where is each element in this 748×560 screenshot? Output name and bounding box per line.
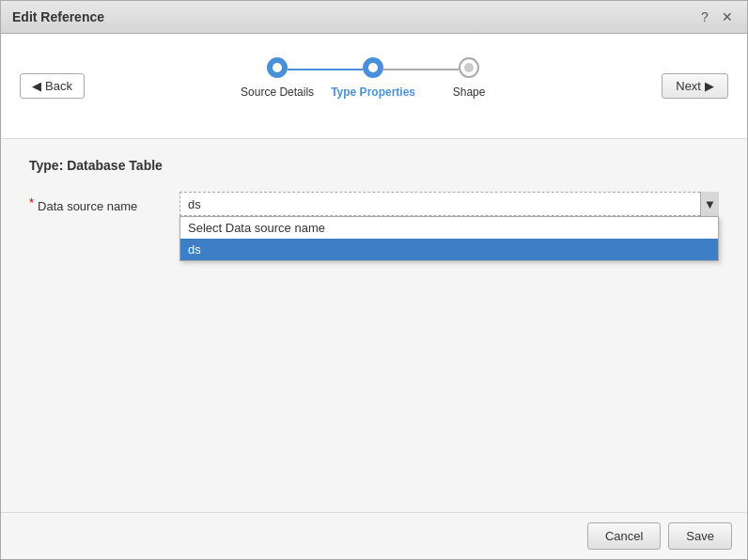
dialog-title: Edit Reference (12, 9, 104, 24)
save-button[interactable]: Save (668, 522, 732, 550)
content-area: Type: Database Table * Data source name … (1, 139, 747, 512)
step-circle-shape (459, 57, 479, 78)
type-heading: Type: Database Table (29, 158, 719, 173)
close-icon[interactable]: ✕ (719, 8, 736, 25)
help-icon[interactable]: ? (696, 8, 713, 25)
footer: Cancel Save (1, 512, 747, 559)
title-icons: ? ✕ (696, 8, 736, 25)
step-circle-inner-source (273, 63, 282, 72)
step-source-details: Source Details (267, 57, 288, 82)
next-label: Next (676, 79, 701, 93)
wizard-header: ◀ Back Source Details Type Properties (1, 34, 747, 139)
edit-reference-dialog: Edit Reference ? ✕ ◀ Back Source Details (0, 0, 748, 560)
step-type-properties: Type Properties (363, 57, 383, 82)
next-arrow-icon: ▶ (705, 79, 714, 93)
dropdown-option-ds[interactable]: ds (180, 239, 718, 260)
connector-2 (383, 69, 459, 70)
step-circle-type-properties (363, 57, 383, 78)
wizard-steps: Source Details Type Properties Shape (267, 43, 479, 129)
title-bar: Edit Reference ? ✕ (1, 1, 747, 34)
data-source-name-row: * Data source name ds ▼ Select Data sour… (29, 192, 719, 216)
step-label-shape: Shape (453, 86, 486, 99)
dropdown-arrow-icon[interactable]: ▼ (700, 192, 719, 216)
back-arrow-icon: ◀ (32, 79, 41, 93)
step-shape: Shape (459, 57, 479, 82)
data-source-name-input-wrap: ds ▼ Select Data source name ds (179, 192, 719, 216)
cancel-button[interactable]: Cancel (587, 522, 661, 550)
step-circle-inner-shape (464, 63, 474, 72)
data-source-name-dropdown[interactable]: ds ▼ (179, 192, 719, 216)
required-star: * (29, 195, 34, 210)
back-button[interactable]: ◀ Back (20, 73, 85, 99)
next-button[interactable]: Next ▶ (662, 73, 728, 99)
step-circle-source-details (267, 57, 288, 78)
step-circle-inner-type (368, 63, 378, 72)
dropdown-list: Select Data source name ds (179, 216, 719, 261)
back-label: Back (45, 79, 72, 93)
connector-1 (288, 69, 363, 70)
step-label-source-details: Source Details (241, 86, 314, 99)
field-label-datasource: Data source name (38, 195, 179, 213)
dropdown-option-placeholder[interactable]: Select Data source name (180, 217, 718, 239)
dropdown-selected-value: ds (188, 197, 201, 211)
step-label-type-properties: Type Properties (331, 86, 415, 99)
